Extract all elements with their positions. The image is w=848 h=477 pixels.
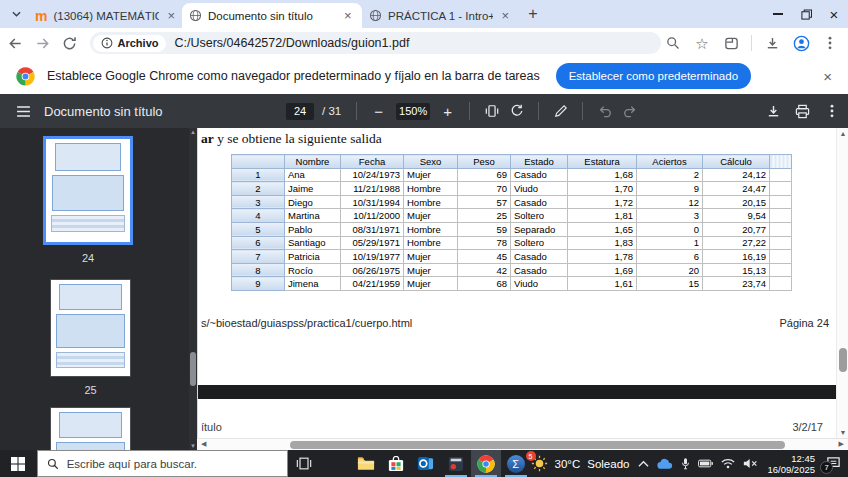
table-row: 3Diego10/31/1994Hombre57Casado1,721220,1…: [232, 195, 792, 209]
chevron-up-icon[interactable]: [638, 460, 649, 468]
table-cell: 1,70: [568, 182, 637, 196]
profile-icon[interactable]: [789, 31, 813, 55]
table-cell: Mujer: [404, 209, 458, 223]
tab-close-icon[interactable]: ×: [167, 9, 175, 22]
table-cell: 25: [458, 209, 511, 223]
restore-button[interactable]: [792, 0, 820, 28]
vertical-scrollbar[interactable]: ▲ ▼: [836, 128, 848, 438]
tab-close-icon[interactable]: ×: [344, 9, 352, 22]
table-cell: Soltero: [511, 236, 568, 250]
table-row: 2Jaime11/21/1988Hombre70Viudo1,70924,47: [232, 182, 792, 196]
annotate-icon[interactable]: [550, 101, 571, 122]
table-cell: 69: [458, 168, 511, 182]
volume-muted-icon[interactable]: [743, 458, 758, 469]
table-cell: 06/26/1975: [341, 263, 404, 277]
outlook-taskbar-button[interactable]: [411, 450, 441, 477]
taskbar-clock[interactable]: 12:45 16/09/2025: [767, 453, 815, 475]
weather-widget[interactable]: 5 30°C Soleado: [531, 455, 630, 472]
set-default-button[interactable]: Establecer como predeterminado: [556, 63, 751, 89]
bookmark-star-icon[interactable]: ☆: [690, 31, 714, 55]
table-cell: 68: [458, 277, 511, 291]
start-button[interactable]: [0, 450, 37, 477]
infobar-close-icon[interactable]: ×: [823, 68, 832, 85]
table-cell: 23,74: [703, 277, 770, 291]
sidebar-scroll-down-icon[interactable]: ▼: [189, 443, 197, 449]
table-empty-cell: [770, 195, 792, 209]
browser-tab[interactable]: PRÁCTICA 1 - Intro+Descriptiva×: [362, 3, 516, 28]
address-bar[interactable]: Archivo C:/Users/04642572/Downloads/guio…: [90, 32, 662, 54]
close-button[interactable]: ×: [820, 0, 848, 28]
file-explorer-taskbar-button[interactable]: [351, 450, 381, 477]
table-cell: Diego: [285, 195, 341, 209]
tab-search-chevron[interactable]: [6, 4, 26, 24]
edge-taskbar-button[interactable]: [321, 450, 351, 477]
spss-taskbar-button[interactable]: [441, 450, 471, 477]
table-row: 6Santiago05/29/1971Hombre78Soltero1,8312…: [232, 236, 792, 250]
fit-page-icon[interactable]: [481, 101, 502, 122]
table-cell: Rocío: [285, 263, 341, 277]
table-cell: Viudo: [511, 277, 568, 291]
horizontal-scrollbar-thumb[interactable]: [290, 441, 785, 449]
pdf-page-controls: 24 / 31 − 150% +: [286, 94, 640, 128]
rotate-icon[interactable]: [506, 101, 527, 122]
microphone-icon[interactable]: [681, 457, 690, 470]
menu-dots-icon[interactable]: [818, 31, 842, 55]
table-cell: 16,19: [703, 250, 770, 264]
chrome-taskbar-button[interactable]: [471, 450, 501, 477]
row-number-cell: 7: [232, 250, 285, 264]
store-taskbar-button[interactable]: [381, 450, 411, 477]
page-number-input[interactable]: 24: [286, 103, 314, 120]
table-cell: 10/19/1977: [341, 250, 404, 264]
vertical-scrollbar-thumb[interactable]: [839, 348, 847, 372]
zoom-level-value[interactable]: 150%: [396, 103, 430, 120]
table-cell: 1,72: [568, 195, 637, 209]
pdf-print-icon[interactable]: [792, 101, 813, 122]
taskbar-search-box[interactable]: Escribe aquí para buscar.: [37, 450, 288, 477]
page-thumbnail[interactable]: 24: [43, 136, 133, 264]
minimize-button[interactable]: [764, 0, 792, 28]
back-icon[interactable]: [4, 31, 27, 55]
pdf-download-icon[interactable]: [763, 101, 784, 122]
battery-icon[interactable]: [698, 459, 713, 468]
row-number-cell: 1: [232, 168, 285, 182]
scroll-right-icon[interactable]: ▶: [839, 440, 844, 448]
thumbnail-sidebar: 2425: [0, 128, 189, 450]
table-empty-cell: [770, 236, 792, 250]
page-thumbnail[interactable]: 25: [50, 279, 131, 396]
tab-close-icon[interactable]: ×: [501, 9, 509, 22]
downloads-icon[interactable]: [760, 31, 784, 55]
tab-organize-icon[interactable]: [719, 31, 743, 55]
notification-center-icon[interactable]: 7: [826, 456, 841, 471]
sidebar-scroll-up-icon[interactable]: ▲: [189, 129, 197, 135]
browser-tab[interactable]: Documento sin título×: [182, 3, 362, 28]
search-icon: [47, 458, 59, 470]
pdf-more-icon[interactable]: [821, 101, 842, 122]
zoom-icon[interactable]: [661, 31, 685, 55]
windows-taskbar: Escribe aquí para buscar. Σ 5 30°C Solea…: [0, 450, 848, 477]
chip-label: Archivo: [118, 37, 159, 49]
wifi-icon[interactable]: [721, 458, 735, 469]
sidebar-scrollbar[interactable]: ▲ ▼: [189, 128, 197, 450]
sidebar-scrollbar-thumb[interactable]: [190, 352, 196, 386]
task-view-icon[interactable]: [288, 450, 321, 477]
new-tab-button[interactable]: +: [522, 3, 544, 25]
browser-tab[interactable]: m(13064) MATEMÁTICAS Y BIOES×: [28, 3, 182, 28]
pdf-menu-icon[interactable]: [12, 100, 34, 122]
table-cell: 1,61: [568, 277, 637, 291]
zoom-out-icon[interactable]: −: [368, 101, 389, 122]
onedrive-icon[interactable]: [657, 458, 673, 470]
reload-icon[interactable]: [58, 31, 81, 55]
table-cell: 6: [637, 250, 703, 264]
scroll-down-icon[interactable]: ▼: [837, 429, 848, 436]
tab-title: Documento sin título: [208, 10, 336, 22]
zoom-in-icon[interactable]: +: [437, 101, 458, 122]
default-browser-infobar: Establece Google Chrome como navegador p…: [0, 58, 848, 94]
forward-icon[interactable]: [31, 31, 54, 55]
table-row: 4Martina10/11/2000Mujer25Soltero1,8139,5…: [232, 209, 792, 223]
table-cell: Hombre: [404, 236, 458, 250]
table-cell: 1,83: [568, 236, 637, 250]
file-scheme-chip[interactable]: Archivo: [93, 35, 167, 52]
scroll-left-icon[interactable]: ◀: [201, 440, 206, 448]
page-thumbnail[interactable]: [50, 407, 131, 450]
scroll-up-icon[interactable]: ▲: [837, 130, 848, 137]
